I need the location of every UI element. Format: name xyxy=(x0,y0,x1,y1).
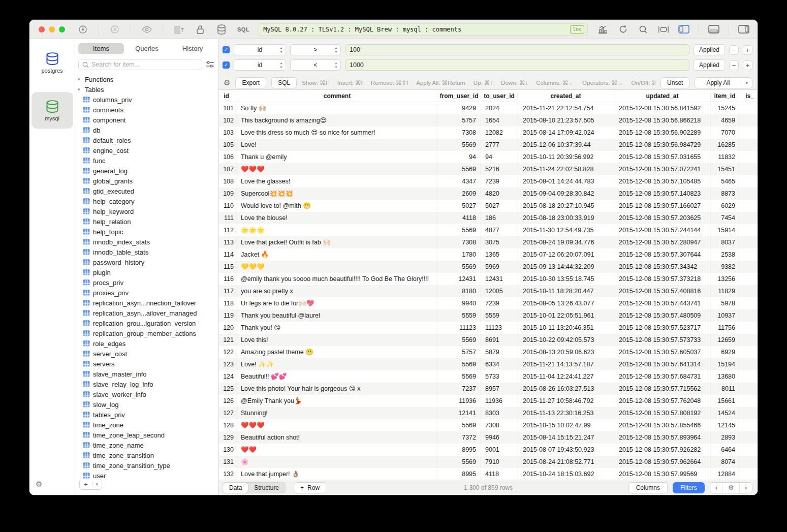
disconnect-icon[interactable] xyxy=(109,24,120,35)
cell-from-user-id[interactable]: 5757 xyxy=(437,114,481,127)
table-row[interactable]: 114 Jacket 🔥 1780 1365 2015-07-12 06:20:… xyxy=(219,248,758,261)
cell-comment[interactable]: Would love to! @mith 😬 xyxy=(237,200,437,212)
cell-item-id[interactable]: 8074 xyxy=(711,456,739,468)
table-row[interactable]: 125 Love this photo! Your hair is gorgeo… xyxy=(219,383,758,395)
cell-id[interactable]: 106 xyxy=(219,151,237,163)
cell-item-id[interactable]: 6029 xyxy=(711,200,739,212)
cell-created-at[interactable]: 2015-11-27 10:58:46.792 xyxy=(518,395,614,407)
sidebar-table-item[interactable]: component xyxy=(75,115,218,125)
table-row[interactable]: 132 Love that jumper! 👌🏽 8995 4118 2015-… xyxy=(219,468,758,480)
sidebar-table-item[interactable]: help_keyword xyxy=(75,206,218,216)
remove-filter-button[interactable]: − xyxy=(729,60,739,70)
column-header-id[interactable]: id xyxy=(219,92,237,100)
cell-updated-at[interactable]: 2015-12-08 15:30:57.166027 xyxy=(614,200,711,212)
cell-created-at[interactable]: 2015-11-21 22:12:54.754 xyxy=(518,102,614,114)
cell-updated-at[interactable]: 2015-12-08 15:30:56.841592 xyxy=(614,102,711,114)
table-row[interactable]: 119 Thank you beautiful @laurel 5559 555… xyxy=(219,309,758,322)
cell-id[interactable]: 113 xyxy=(219,236,237,248)
cell-updated-at[interactable]: 2015-12-08 15:30:56.984729 xyxy=(614,139,711,151)
cell-from-user-id[interactable]: 5569 xyxy=(437,261,481,273)
cell-comment[interactable]: Jacket 🔥 xyxy=(237,248,437,261)
filter-operator-select[interactable]: > xyxy=(290,44,341,55)
cell-updated-at[interactable]: 2015-12-08 15:30:57.962664 xyxy=(614,456,711,468)
cell-id[interactable]: 123 xyxy=(219,358,237,370)
cell-to-user-id[interactable]: 8957 xyxy=(481,383,518,395)
cell-updated-at[interactable]: 2015-12-08 15:30:57.072241 xyxy=(614,163,711,175)
cell-comment[interactable]: Love this photo! Your hair is gorgeous 😘… xyxy=(237,383,437,395)
cell-is[interactable] xyxy=(739,444,758,456)
cell-item-id[interactable]: 12884 xyxy=(711,468,739,480)
table-row[interactable]: 101 So fly 🙌🏼 9429 2024 2015-11-21 22:12… xyxy=(219,102,758,114)
cell-created-at[interactable]: 2015-08-18 20:27:10.945 xyxy=(518,200,614,212)
cell-to-user-id[interactable]: 11936 xyxy=(481,395,518,407)
connection-postgres[interactable]: postgres xyxy=(32,44,73,81)
sidebar-table-item[interactable]: servers xyxy=(75,359,218,369)
cell-from-user-id[interactable]: 5569 xyxy=(437,358,481,370)
cell-from-user-id[interactable]: 5569 xyxy=(437,334,481,346)
cell-item-id[interactable]: 15245 xyxy=(711,102,739,114)
database-icon[interactable] xyxy=(216,24,227,35)
cell-id[interactable]: 130 xyxy=(219,444,237,456)
column-header-updated-at[interactable]: updated_at xyxy=(614,92,711,100)
cell-id[interactable]: 131 xyxy=(219,456,237,468)
cell-comment[interactable]: @Emily Thank you💃 xyxy=(237,395,437,407)
cell-updated-at[interactable]: 2015-12-08 15:30:57.280947 xyxy=(614,236,711,248)
column-header-to-user-id[interactable]: to_user_id xyxy=(481,92,518,100)
cell-from-user-id[interactable]: 8180 xyxy=(437,285,481,297)
cell-is[interactable] xyxy=(739,346,758,358)
table-row[interactable]: 110 Would love to! @mith 😬 5027 5027 201… xyxy=(219,200,758,212)
cell-id[interactable]: 105 xyxy=(219,139,237,151)
cell-id[interactable]: 125 xyxy=(219,383,237,395)
table-row[interactable]: 127 Stunning! 12141 8303 2015-11-13 22:3… xyxy=(219,407,758,419)
table-row[interactable]: 112 🌟🌟🌟 5569 4877 2015-11-30 12:54:49.73… xyxy=(219,224,758,236)
cell-updated-at[interactable]: 2015-12-08 15:30:57.684731 xyxy=(614,370,711,383)
cell-created-at[interactable]: 2015-08-26 16:03:27.513 xyxy=(518,383,614,395)
cell-comment[interactable]: Thank you! 😘 xyxy=(237,322,437,334)
column-header-is[interactable]: is_ xyxy=(739,92,758,100)
cell-is[interactable] xyxy=(739,139,758,151)
cell-to-user-id[interactable]: 5969 xyxy=(481,261,518,273)
sidebar-table-item[interactable]: replication_asyn...nnection_failover xyxy=(75,298,218,308)
sidebar-table-item[interactable]: db xyxy=(75,125,218,135)
filter-column-select[interactable]: id xyxy=(234,59,286,71)
cell-created-at[interactable]: 2015-09-13 14:44:32.209 xyxy=(518,261,614,273)
sidebar-table-item[interactable]: gtid_executed xyxy=(75,186,218,196)
sidebar-table-item[interactable]: innodb_index_stats xyxy=(75,237,218,247)
cell-to-user-id[interactable]: 5027 xyxy=(481,200,518,212)
cell-id[interactable]: 116 xyxy=(219,273,237,285)
cell-item-id[interactable]: 9382 xyxy=(711,261,739,273)
cell-to-user-id[interactable]: 1365 xyxy=(481,248,518,261)
sidebar-table-item[interactable]: time_zone_name xyxy=(75,440,218,450)
cell-is[interactable] xyxy=(739,407,758,419)
cell-to-user-id[interactable]: 7239 xyxy=(481,297,518,309)
cell-item-id[interactable]: 6929 xyxy=(711,346,739,358)
log-list-icon[interactable] xyxy=(173,24,184,35)
search-input[interactable]: Search for item... xyxy=(78,59,202,70)
table-row[interactable]: 105 Love! 5569 2777 2015-12-06 10:37:39.… xyxy=(219,139,758,151)
cell-from-user-id[interactable]: 94 xyxy=(437,151,481,163)
chevron-down-icon[interactable]: ▾ xyxy=(92,482,102,487)
cell-is[interactable] xyxy=(739,334,758,346)
cell-id[interactable]: 117 xyxy=(219,285,237,297)
cell-item-id[interactable]: 15194 xyxy=(711,358,739,370)
sidebar-table-item[interactable]: password_history xyxy=(75,257,218,267)
cell-from-user-id[interactable]: 7237 xyxy=(437,383,481,395)
cell-to-user-id[interactable]: 5216 xyxy=(481,163,518,175)
cell-created-at[interactable]: 2015-10-11 18:28:20.447 xyxy=(518,285,614,297)
sql-editor-icon[interactable]: SQL xyxy=(237,26,249,33)
cell-comment[interactable]: Amazing pastel theme 😬 xyxy=(237,346,437,358)
cell-item-id[interactable]: 2893 xyxy=(711,431,739,444)
sidebar-table-item[interactable]: general_log xyxy=(75,166,218,176)
cell-created-at[interactable]: 2015-08-14 17:09:42.024 xyxy=(518,127,614,139)
sidebar-table-item[interactable]: replication_asyn...ailover_managed xyxy=(75,308,218,318)
toggle-right-panel-icon[interactable] xyxy=(738,24,749,35)
next-page-icon[interactable]: › xyxy=(739,483,752,493)
toggle-left-sidebar-icon[interactable] xyxy=(678,24,689,35)
cell-item-id[interactable]: 15451 xyxy=(711,163,739,175)
table-row[interactable]: 126 @Emily Thank you💃 11936 11936 2015-1… xyxy=(219,395,758,407)
table-row[interactable]: 107 ❤️❤️❤️ 5569 5216 2015-11-24 22:02:58… xyxy=(219,163,758,175)
cell-created-at[interactable]: 2015-11-30 12:54:49.735 xyxy=(518,224,614,236)
cell-is[interactable] xyxy=(739,309,758,322)
cell-id[interactable]: 114 xyxy=(219,248,237,261)
cell-to-user-id[interactable]: 2024 xyxy=(481,102,518,114)
